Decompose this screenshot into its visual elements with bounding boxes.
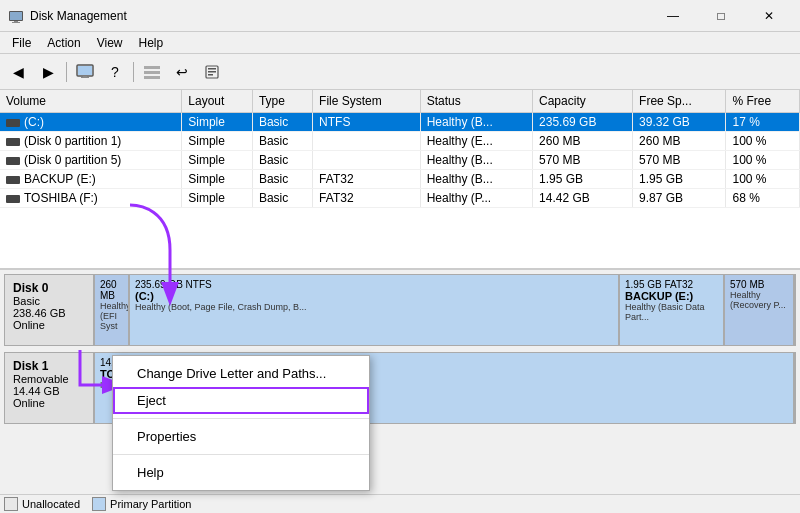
svg-rect-6 (83, 76, 87, 77)
legend-unallocated-label: Unallocated (22, 498, 80, 510)
disk-row-disk0: Disk 0 Basic 238.46 GB Online260 MBHealt… (4, 274, 796, 346)
partition-p0_3[interactable]: 1.95 GB FAT32BACKUP (E:)Healthy (Basic D… (620, 275, 725, 345)
partition-p0_4[interactable]: 570 MBHealthy (Recovery P... (725, 275, 795, 345)
cell-status: Healthy (P... (420, 189, 532, 208)
context-menu-properties[interactable]: Properties (113, 423, 369, 450)
cell-capacity: 570 MB (533, 151, 633, 170)
cell-free: 260 MB (633, 132, 726, 151)
cell-type: Basic (252, 170, 312, 189)
disk-type: Basic (13, 295, 85, 307)
svg-rect-2 (14, 21, 18, 22)
svg-rect-14 (208, 74, 213, 76)
computer-button[interactable] (71, 58, 99, 86)
col-status[interactable]: Status (420, 90, 532, 113)
svg-rect-8 (144, 66, 160, 69)
toolbar-separator-1 (66, 62, 67, 82)
cell-type: Basic (252, 113, 312, 132)
menu-file[interactable]: File (4, 34, 39, 52)
maximize-button[interactable]: □ (698, 0, 744, 32)
cell-layout: Simple (182, 132, 253, 151)
table-row[interactable]: (Disk 0 partition 1)SimpleBasicHealthy (… (0, 132, 800, 151)
context-menu-change-drive[interactable]: Change Drive Letter and Paths... (113, 360, 369, 387)
menu-view[interactable]: View (89, 34, 131, 52)
cell-type: Basic (252, 151, 312, 170)
cell-type: Basic (252, 132, 312, 151)
col-layout[interactable]: Layout (182, 90, 253, 113)
partition-detail: Healthy (Boot, Page File, Crash Dump, B.… (135, 302, 613, 312)
partition-p0_1[interactable]: 260 MBHealthy (EFI Syst (95, 275, 130, 345)
context-menu-eject[interactable]: Eject (113, 387, 369, 414)
legend-unallocated: Unallocated (4, 497, 80, 511)
col-type[interactable]: Type (252, 90, 312, 113)
undo-button[interactable]: ↩ (168, 58, 196, 86)
disk-status: Online (13, 319, 85, 331)
title-bar: Disk Management — □ ✕ (0, 0, 800, 32)
table-area: Volume Layout Type File System Status Ca… (0, 90, 800, 270)
cell-free: 9.87 GB (633, 189, 726, 208)
cell-volume: BACKUP (E:) (0, 170, 182, 189)
forward-button[interactable]: ▶ (34, 58, 62, 86)
disk-name: Disk 0 (13, 281, 85, 295)
minimize-button[interactable]: — (650, 0, 696, 32)
cell-capacity: 235.69 GB (533, 113, 633, 132)
col-pctfree[interactable]: % Free (726, 90, 800, 113)
cell-capacity: 1.95 GB (533, 170, 633, 189)
cell-status: Healthy (B... (420, 170, 532, 189)
cell-pct: 100 % (726, 151, 800, 170)
disk-label-disk0: Disk 0 Basic 238.46 GB Online (5, 275, 95, 345)
svg-rect-10 (144, 76, 160, 79)
cell-fs (313, 151, 421, 170)
disk-label-disk1: Disk 1 Removable 14.44 GB Online (5, 353, 95, 423)
cell-volume: (Disk 0 partition 5) (0, 151, 182, 170)
context-menu-separator (113, 418, 369, 419)
cell-capacity: 260 MB (533, 132, 633, 151)
partition-p0_2[interactable]: 235.69 GB NTFS(C:)Healthy (Boot, Page Fi… (130, 275, 620, 345)
svg-rect-1 (10, 12, 22, 20)
cell-fs: FAT32 (313, 189, 421, 208)
cell-layout: Simple (182, 151, 253, 170)
table-row[interactable]: BACKUP (E:)SimpleBasicFAT32Healthy (B...… (0, 170, 800, 189)
table-row[interactable]: (C:)SimpleBasicNTFSHealthy (B...235.69 G… (0, 113, 800, 132)
toolbar-separator-2 (133, 62, 134, 82)
svg-rect-12 (208, 68, 216, 70)
col-filesystem[interactable]: File System (313, 90, 421, 113)
menu-help[interactable]: Help (131, 34, 172, 52)
properties-toolbar-button[interactable] (198, 58, 226, 86)
legend-primary-label: Primary Partition (110, 498, 191, 510)
legend-unallocated-color (4, 497, 18, 511)
cell-volume: (C:) (0, 113, 182, 132)
col-volume[interactable]: Volume (0, 90, 182, 113)
app-icon (8, 8, 24, 24)
partition-detail: Healthy (Basic Data Part... (625, 302, 718, 322)
cell-type: Basic (252, 189, 312, 208)
cell-free: 39.32 GB (633, 113, 726, 132)
cell-pct: 68 % (726, 189, 800, 208)
list-button[interactable] (138, 58, 166, 86)
cell-pct: 100 % (726, 132, 800, 151)
cell-fs: FAT32 (313, 170, 421, 189)
close-button[interactable]: ✕ (746, 0, 792, 32)
partition-size: 260 MB (100, 279, 123, 301)
table-row[interactable]: TOSHIBA (F:)SimpleBasicFAT32Healthy (P..… (0, 189, 800, 208)
disk-size: 14.44 GB (13, 385, 85, 397)
context-menu-help[interactable]: Help (113, 459, 369, 486)
svg-rect-9 (144, 71, 160, 74)
legend-primary: Primary Partition (92, 497, 191, 511)
back-button[interactable]: ◀ (4, 58, 32, 86)
svg-rect-13 (208, 71, 216, 73)
partition-size: 1.95 GB FAT32 (625, 279, 718, 290)
help-toolbar-button[interactable]: ? (101, 58, 129, 86)
partition-detail: Healthy (EFI Syst (100, 301, 123, 331)
cell-layout: Simple (182, 113, 253, 132)
svg-rect-7 (81, 77, 89, 78)
table-header-row: Volume Layout Type File System Status Ca… (0, 90, 800, 113)
legend-area: Unallocated Primary Partition (0, 494, 800, 513)
partition-name: BACKUP (E:) (625, 290, 718, 302)
col-capacity[interactable]: Capacity (533, 90, 633, 113)
table-row[interactable]: (Disk 0 partition 5)SimpleBasicHealthy (… (0, 151, 800, 170)
cell-layout: Simple (182, 170, 253, 189)
menu-action[interactable]: Action (39, 34, 88, 52)
svg-rect-3 (12, 22, 20, 23)
col-freesp[interactable]: Free Sp... (633, 90, 726, 113)
toolbar: ◀ ▶ ? ↩ (0, 54, 800, 90)
